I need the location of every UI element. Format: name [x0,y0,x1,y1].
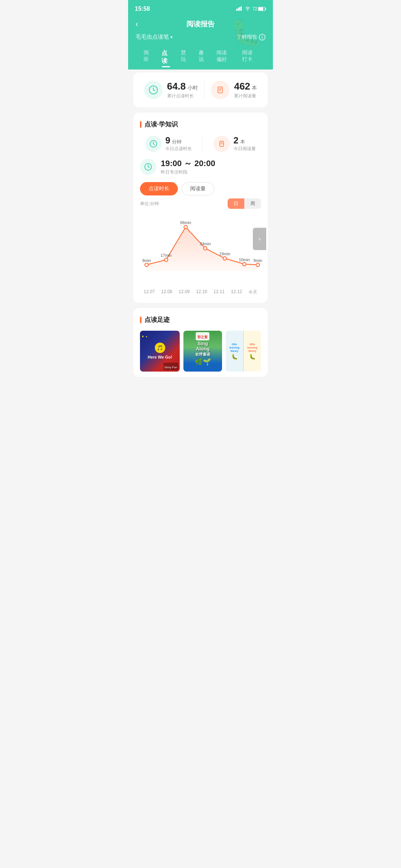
wifi-icon [245,6,251,12]
reading-chart: 66min 34min 17min 19min 9min 10min 9min [138,212,263,286]
chart-unit-label: 单位:分钟 [140,201,159,207]
svg-rect-0 [236,9,237,11]
today-time-text: 9 分钟 今日点读时长 [165,135,192,152]
svg-point-25 [145,263,148,266]
svg-text:10min: 10min [239,258,250,262]
title-bar-decoration [140,121,141,128]
x-label-0: 12.07 [144,289,155,295]
footprint-title: 点读足迹 [140,315,261,324]
svg-rect-2 [239,7,240,11]
total-time-item: 64.8 小时 累计点读时长 [144,81,198,99]
svg-text:17min: 17min [161,253,172,258]
back-button[interactable]: ‹ [136,19,138,29]
today-time-unit: 分钟 [172,139,182,145]
clock-icon-green [144,81,163,99]
svg-point-26 [164,258,168,262]
total-time-label: 累计点读时长 [167,93,198,99]
tab-qushuo[interactable]: 趣说 [194,46,211,69]
svg-line-24 [148,167,149,168]
focus-time-value: 19:00 ～ 20:00 [161,158,215,169]
stats-grid: 9 分钟 今日点读时长 2 [140,135,261,152]
svg-point-27 [184,225,188,229]
stats-divider [202,135,203,152]
svg-text:66min: 66min [180,220,191,225]
status-icons: 72 [236,6,266,12]
battery-icon: 72 [252,6,266,12]
chart-controls: 单位:分钟 日 周 [140,198,261,209]
today-books-unit: 本 [240,139,245,145]
status-time: 15:58 [135,6,150,12]
today-time-label: 今日点读时长 [165,146,192,152]
svg-line-18 [153,144,154,145]
today-books-value: 2 [234,135,238,145]
footprint-title-text: 点读足迹 [144,315,170,324]
period-week-button[interactable]: 周 [244,198,261,209]
divider [204,81,205,99]
svg-text:19min: 19min [219,252,231,256]
device-name: 毛毛虫点读笔 [136,33,169,41]
toggle-reading-button[interactable]: 阅读量 [182,182,214,195]
today-book-icon [213,136,230,152]
main-content: 64.8 小时 累计点读时长 462 本 累 [128,72,273,384]
status-bar: 15:58 72 [128,0,273,16]
total-time-text: 64.8 小时 累计点读时长 [167,81,198,99]
device-selector[interactable]: 毛毛虫点读笔 ▾ [136,33,173,41]
svg-text:9min: 9min [254,258,263,263]
book1-title: Here We Go! [148,354,172,360]
svg-text:9min: 9min [142,258,151,263]
book-icon-orange [211,81,229,99]
tab-diandu[interactable]: 点读 [157,46,175,69]
total-books-unit: 本 [252,85,257,91]
svg-point-29 [223,257,226,260]
next-arrow-button[interactable]: › [253,228,266,250]
svg-point-28 [203,247,207,250]
total-time-value: 64.8 [167,81,186,92]
svg-point-31 [256,263,260,266]
book-cover-1[interactable]: 🎵 Here We Go! Story Fun ★ ★ [140,331,180,372]
x-label-3: 12.10 [196,289,207,295]
period-toggle: 日 周 [228,198,261,209]
chart-container: 66min 34min 17min 19min 9min 10min 9min [138,212,263,286]
tab-pianghao[interactable]: 阅读偏好 [212,46,236,69]
x-label-6: 今天 [248,289,257,295]
svg-rect-5 [265,8,266,10]
x-label-4: 12.11 [213,289,225,295]
today-books-text: 2 本 今日阅读量 [234,135,256,152]
book2-title: SingAlong [196,341,210,352]
focus-time-label: 昨日专注时段 [161,169,215,175]
knowledge-title-text: 点读·学知识 [144,120,178,129]
today-time-item: 9 分钟 今日点读时长 [145,135,192,152]
tab-alting[interactable]: 阅听 [139,46,156,69]
bottom-spacing [128,377,273,384]
knowledge-section: 点读·学知识 9 分钟 今日点读时长 [133,113,268,303]
header: ‹ 阅读报告 🐛 毛毛虫点读笔 ▾ 了解报告 i 阅听 点读 慧玩 趣说 [128,16,273,69]
focus-clock-icon [140,159,156,175]
toggle-duration-button[interactable]: 点读时长 [140,182,178,195]
total-books-text: 462 本 累计阅读量 [234,81,257,99]
x-axis: 12.07 12.08 12.09 12.10 12.11 12.12 今天 [140,286,261,295]
book-cover-2[interactable]: 彩之童 SingAlong 欢呼童谣 🌿🌱 [183,331,222,372]
tab-daka[interactable]: 阅读打卡 [238,46,262,69]
footprint-title-bar [140,317,141,323]
svg-line-11 [153,90,155,91]
x-label-1: 12.08 [161,289,172,295]
knowledge-title: 点读·学知识 [140,120,261,129]
today-clock-icon [145,136,162,152]
footprint-section: 点读足迹 🎵 Here We Go! Story Fun ★ ★ [133,308,268,377]
time-range-row: 19:00 ～ 20:00 昨日专注时段 [140,158,261,175]
header-title: 阅读报告 [186,19,215,29]
tab-huiwan[interactable]: 慧玩 [176,46,193,69]
summary-card: 64.8 小时 累计点读时长 462 本 累 [133,72,268,107]
header-top: ‹ 阅读报告 🐛 [136,19,265,33]
today-books-item: 2 本 今日阅读量 [213,135,256,152]
book-cover-3[interactable]: littlelearninglibrary 🐛 littlelearningli… [226,331,261,372]
x-label-5: 12.12 [231,289,242,295]
chart-wrapper: 点读时长 阅读量 单位:分钟 日 周 [140,182,261,295]
total-books-item: 462 本 累计阅读量 [211,81,257,99]
period-day-button[interactable]: 日 [228,198,244,209]
signal-icon [236,6,243,12]
svg-rect-3 [241,6,242,11]
svg-rect-12 [218,87,222,93]
tabs: 阅听 点读 慧玩 趣说 阅读偏好 阅读打卡 [136,46,265,69]
svg-rect-6 [258,7,263,10]
